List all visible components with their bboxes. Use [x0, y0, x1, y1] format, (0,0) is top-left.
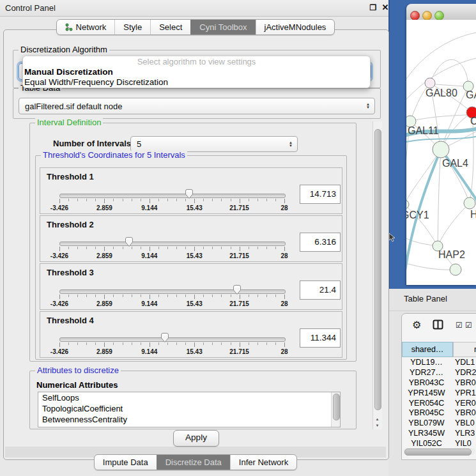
- threshold-panel-4: Threshold 4-3.4262.8599.14415.4321.71528…: [40, 311, 342, 358]
- table-row[interactable]: YDL19…YDL1: [402, 357, 476, 367]
- column-header-na[interactable]: na: [453, 342, 476, 357]
- tab-network[interactable]: Network: [57, 20, 115, 35]
- attributes-group: Attributes to discretize Numerical Attri…: [29, 371, 357, 429]
- tick-label: 15.43: [187, 252, 203, 259]
- table-cell: YBL0: [451, 418, 476, 428]
- tick-label: 28: [280, 252, 288, 259]
- network-node-label: GA: [466, 89, 476, 100]
- settings-scrollbar[interactable]: ▲ ▼: [372, 121, 382, 429]
- tick-label: -3.426: [50, 252, 68, 259]
- network-node-gcy1[interactable]: [406, 200, 409, 209]
- tab-cyni-toolbox[interactable]: Cyni Toolbox: [190, 20, 255, 35]
- network-edge[interactable]: [430, 59, 468, 86]
- tab-label: Network: [76, 22, 107, 33]
- attribute-item[interactable]: SelfLoops: [38, 392, 340, 403]
- network-edge[interactable]: [406, 33, 476, 84]
- network-edge[interactable]: [438, 150, 441, 246]
- tick-label: 2.859: [96, 300, 112, 307]
- combo-stepper-icon: ▲▼: [366, 103, 370, 109]
- network-edge[interactable]: [438, 203, 470, 246]
- table-cell: YBR0: [451, 408, 476, 418]
- network-view[interactable]: GAL80GACGAL11GAL4GCY1HHAP2: [406, 20, 476, 285]
- close-traffic-light-icon[interactable]: [410, 11, 420, 20]
- tab-select[interactable]: Select: [150, 20, 190, 35]
- threshold-value-field[interactable]: 14.713: [300, 185, 341, 204]
- table-data-combobox[interactable]: galFiltered.sif default node ▲▼: [19, 98, 375, 114]
- table-cell: YLR3: [451, 428, 476, 438]
- algorithm-option-equal-width[interactable]: Equal Width/Frequency Discretization: [23, 77, 370, 88]
- network-node-label: GAL11: [408, 125, 439, 136]
- network-node-gal80[interactable]: [425, 78, 435, 88]
- slider-tick-labels: -3.4262.8599.14415.4321.71528: [59, 204, 284, 212]
- table-row[interactable]: YER054CYER0: [402, 398, 476, 408]
- attributes-scrollbar[interactable]: [331, 392, 340, 427]
- slider-track[interactable]: [59, 337, 286, 342]
- checkbox-icon[interactable]: ☑: [465, 321, 472, 330]
- attribute-item[interactable]: BetweennessCentrality: [38, 414, 340, 425]
- network-node[interactable]: [450, 264, 461, 275]
- scroll-down-icon[interactable]: ▼: [374, 422, 381, 429]
- minimize-traffic-light-icon[interactable]: [422, 11, 432, 20]
- table-data-value: galFiltered.sif default node: [25, 98, 122, 114]
- network-node-label: GCY1: [406, 210, 429, 220]
- float-window-icon[interactable]: ❐: [368, 3, 378, 13]
- discretization-algorithm-title: Discretization Algorithm: [19, 45, 109, 54]
- table-horizontal-scrollbar-thumb[interactable]: [404, 449, 472, 456]
- tab-impute-data[interactable]: Impute Data: [95, 455, 157, 470]
- threshold-label: Threshold 1: [47, 172, 94, 181]
- slider-track[interactable]: [59, 289, 286, 294]
- checkbox-icon[interactable]: ☑: [456, 321, 463, 330]
- tab-infer-network[interactable]: Infer Network: [230, 455, 296, 470]
- network-window-titlebar[interactable]: [406, 4, 476, 20]
- slider-thumb[interactable]: [124, 236, 134, 250]
- table-cell: YBL079W: [402, 418, 451, 428]
- table-row[interactable]: YBL079WYBL0: [402, 418, 476, 428]
- table-row[interactable]: YLR345WYLR3: [402, 428, 476, 438]
- attribute-item[interactable]: TopologicalCoefficient: [38, 403, 340, 414]
- attributes-scrollbar-thumb[interactable]: [333, 394, 340, 420]
- network-edge[interactable]: [435, 84, 463, 86]
- slider-thumb[interactable]: [232, 284, 242, 298]
- tab-style[interactable]: Style: [114, 20, 150, 35]
- table-row[interactable]: YIL052CYIL0: [402, 438, 476, 447]
- threshold-value-field[interactable]: 21.4: [300, 280, 341, 300]
- tab-jactivemnodules[interactable]: jActiveMNodules: [256, 20, 335, 35]
- threshold-value-field[interactable]: 6.316: [300, 233, 341, 252]
- threshold-value-field[interactable]: 11.344: [300, 328, 341, 348]
- table-horizontal-scrollbar[interactable]: [403, 448, 475, 455]
- zoom-traffic-light-icon[interactable]: [434, 11, 444, 20]
- table-row[interactable]: YBR045CYBR0: [402, 408, 476, 418]
- slider-tick-labels: -3.4262.8599.14415.4321.71528: [59, 300, 284, 308]
- slider-thumb[interactable]: [160, 332, 170, 346]
- tick-label: 2.859: [96, 204, 112, 211]
- table-row[interactable]: YPR145WYPR1: [402, 388, 476, 398]
- numerical-attributes-label: Numerical Attributes: [36, 380, 118, 390]
- network-node-gal4[interactable]: [433, 141, 449, 158]
- table-cell: YBR045C: [402, 408, 451, 418]
- network-edge[interactable]: [410, 114, 476, 121]
- table-cell: YER054C: [402, 398, 451, 408]
- tick-label: 28: [280, 300, 288, 307]
- tab-discretize-data[interactable]: Discretize Data: [157, 455, 230, 470]
- network-icon: [65, 23, 73, 31]
- column-header-shared-[interactable]: shared…: [402, 342, 453, 357]
- network-window: GAL80GACGAL11GAL4GCY1HHAP2: [406, 4, 476, 285]
- slider-track[interactable]: [59, 194, 286, 198]
- scroll-up-icon[interactable]: ▲: [374, 416, 381, 422]
- network-node-label: GAL80: [426, 88, 457, 98]
- number-of-intervals-label: Number of Intervals: [53, 139, 131, 148]
- apply-button[interactable]: Apply: [173, 430, 219, 447]
- network-node-h[interactable]: [464, 197, 475, 209]
- slider-thumb[interactable]: [184, 188, 194, 203]
- slider-track[interactable]: [59, 242, 286, 246]
- settings-scrollbar-thumb[interactable]: [374, 129, 381, 410]
- numerical-attributes-list[interactable]: SelfLoopsTopologicalCoefficientBetweenne…: [38, 392, 341, 427]
- table-row[interactable]: YBR043CYBR0: [402, 378, 476, 388]
- gear-icon[interactable]: ⚙: [412, 319, 421, 331]
- table-cell: YPR1: [451, 388, 476, 398]
- table-row[interactable]: YDR27…YDR2: [402, 367, 476, 378]
- network-edge[interactable]: [406, 263, 456, 270]
- column-layout-icon[interactable]: [433, 319, 443, 332]
- tick-label: 21.715: [229, 348, 249, 355]
- algorithm-option-manual[interactable]: Manual Discretization: [23, 67, 370, 77]
